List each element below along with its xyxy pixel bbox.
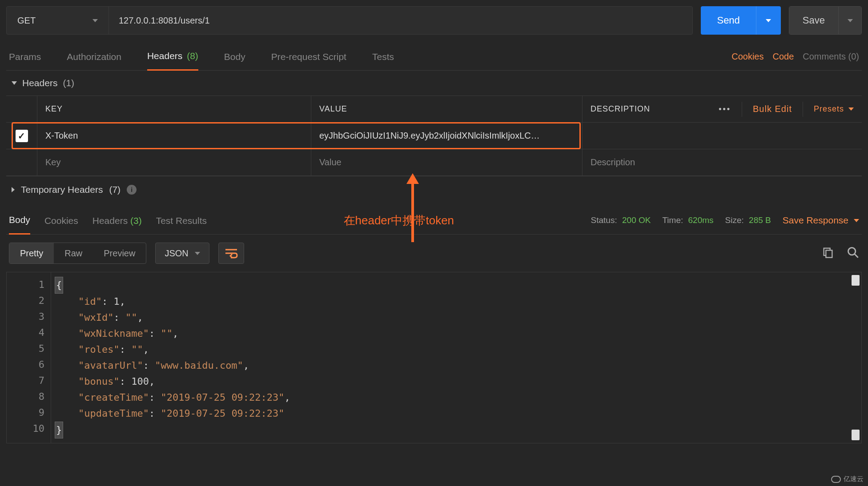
scrollbar-thumb[interactable] [852, 430, 860, 440]
wrap-lines-button[interactable] [218, 243, 244, 264]
response-tab-testresults[interactable]: Test Results [156, 207, 207, 234]
format-label: JSON [165, 248, 188, 259]
header-description-input[interactable]: Description [583, 149, 862, 175]
line-number: 4 [7, 325, 44, 341]
send-button[interactable]: Send [701, 6, 755, 35]
search-button[interactable] [847, 246, 859, 261]
save-button-group: Save [789, 6, 862, 35]
header-col-key: KEY [37, 96, 311, 122]
header-col-value: VALUE [311, 96, 583, 122]
headers-section-toggle[interactable]: Headers (1) [6, 71, 862, 96]
response-size: Size: 285 B [725, 215, 771, 225]
save-dropdown-button[interactable] [838, 7, 861, 34]
response-tab-headers[interactable]: Headers (3) [92, 207, 142, 234]
line-number: 6 [7, 357, 44, 373]
response-viewer-toolbar: Pretty Raw Preview JSON [6, 235, 862, 272]
view-mode-raw[interactable]: Raw [54, 243, 93, 263]
save-response-label: Save Response [783, 215, 848, 226]
size-value: 285 B [749, 215, 771, 225]
scrollbar-thumb[interactable] [852, 275, 860, 286]
status-value: 200 OK [622, 215, 651, 225]
bulk-edit-link[interactable]: Bulk Edit [753, 104, 792, 114]
line-number: 8 [7, 389, 44, 405]
time-label: Time: [662, 215, 683, 225]
http-method-label: GET [17, 16, 36, 26]
view-mode-preview[interactable]: Preview [93, 243, 146, 263]
chevron-down-icon [854, 219, 859, 222]
presets-dropdown[interactable]: Presets [814, 104, 854, 114]
temporary-headers-count: (7) [109, 184, 121, 195]
line-gutter: 1 2 3 4 5 6 7 8 9 10 [7, 272, 51, 443]
size-label: Size: [725, 215, 744, 225]
response-tab-body[interactable]: Body [9, 207, 30, 235]
view-mode-pretty[interactable]: Pretty [9, 243, 54, 263]
header-value-cell[interactable]: eyJhbGciOiJIUzI1NiJ9.eyJyb2xlIjoidXNlciI… [319, 131, 540, 141]
headers-section-count: (1) [63, 78, 74, 88]
response-time: Time: 620ms [662, 215, 713, 225]
response-status: Status: 200 OK [591, 215, 651, 225]
cookies-link[interactable]: Cookies [731, 52, 764, 62]
method-url-group: GET 127.0.0.1:8081/users/1 [6, 6, 693, 35]
comments-link[interactable]: Comments (0) [803, 52, 859, 62]
tab-tests[interactable]: Tests [372, 44, 394, 70]
response-tab-cookies[interactable]: Cookies [44, 207, 78, 234]
header-key-cell[interactable]: X-Token [37, 123, 311, 149]
divider [742, 102, 742, 117]
header-key-input[interactable]: Key [37, 149, 311, 175]
tab-prerequest[interactable]: Pre-request Script [271, 44, 346, 70]
cloud-icon [831, 476, 841, 483]
chevron-right-icon [12, 187, 15, 192]
svg-rect-3 [826, 250, 832, 257]
response-bar: Body Cookies Headers (3) Test Results 在h… [6, 207, 862, 235]
line-number: 1 [7, 277, 44, 293]
headers-table: KEY VALUE DESCRIPTION ••• Bulk Edit Pres… [6, 96, 862, 176]
chevron-down-icon [766, 19, 771, 22]
header-checkbox-col [6, 149, 37, 175]
header-value-input[interactable]: Value [311, 149, 583, 175]
save-button[interactable]: Save [789, 7, 838, 34]
send-button-group: Send [701, 6, 780, 35]
svg-line-5 [855, 254, 858, 257]
chevron-down-icon [848, 19, 853, 22]
more-options-icon[interactable]: ••• [719, 104, 731, 114]
header-row-checkbox[interactable] [16, 130, 28, 142]
chevron-down-icon [92, 19, 98, 22]
annotation-text: 在header中携带token [344, 213, 454, 228]
line-number: 7 [7, 373, 44, 389]
tab-headers[interactable]: Headers (8) [147, 43, 198, 71]
watermark-text: 亿速云 [844, 475, 864, 483]
header-checkbox-col [6, 96, 37, 122]
info-icon[interactable]: i [127, 185, 137, 195]
save-response-dropdown[interactable]: Save Response [783, 215, 859, 226]
tab-body[interactable]: Body [224, 44, 245, 70]
tab-authorization[interactable]: Authorization [67, 44, 121, 70]
url-input[interactable]: 127.0.0.1:8081/users/1 [109, 7, 692, 34]
tab-params[interactable]: Params [9, 44, 41, 70]
send-dropdown-button[interactable] [756, 6, 781, 35]
header-row-xtoken[interactable]: X-Token eyJhbGciOiJIUzI1NiJ9.eyJyb2xlIjo… [6, 123, 862, 149]
code-body[interactable]: { "id": 1, "wxId": "", "wxNickname": "",… [51, 272, 861, 443]
tab-headers-count: (8) [187, 51, 198, 61]
line-number: 9 [7, 405, 44, 421]
watermark: 亿速云 [831, 475, 864, 483]
temporary-headers-toggle[interactable]: Temporary Headers (7) i [6, 176, 862, 203]
view-mode-segment: Pretty Raw Preview [9, 243, 146, 264]
search-icon [847, 246, 859, 259]
temporary-headers-title: Temporary Headers [21, 184, 103, 195]
svg-point-4 [848, 247, 856, 255]
header-row-new[interactable]: Key Value Description [6, 149, 862, 176]
status-label: Status: [591, 215, 617, 225]
http-method-dropdown[interactable]: GET [7, 7, 109, 34]
header-col-description: DESCRIPTION [591, 104, 650, 114]
response-body-viewer[interactable]: 1 2 3 4 5 6 7 8 9 10 { "id": 1, "wxId": … [6, 272, 862, 443]
headers-section-title: Headers [22, 78, 57, 88]
copy-button[interactable] [822, 246, 834, 261]
line-number: 2 [7, 293, 44, 309]
code-link[interactable]: Code [772, 52, 794, 62]
time-value: 620ms [688, 215, 714, 225]
chevron-down-icon [12, 81, 17, 85]
divider [803, 102, 803, 117]
format-dropdown[interactable]: JSON [155, 243, 209, 264]
header-description-cell[interactable] [583, 123, 862, 149]
copy-icon [822, 246, 834, 259]
